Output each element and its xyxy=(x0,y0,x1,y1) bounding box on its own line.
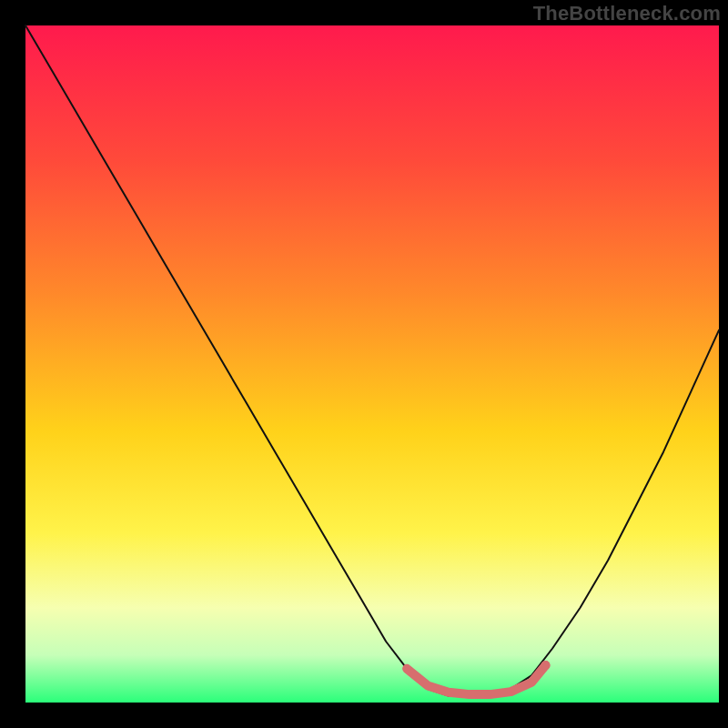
marker-group xyxy=(541,661,551,670)
optimal-dot xyxy=(541,661,551,670)
bottleneck-chart xyxy=(0,0,728,728)
gradient-background xyxy=(25,25,719,703)
chart-frame: TheBottleneck.com xyxy=(0,0,728,728)
